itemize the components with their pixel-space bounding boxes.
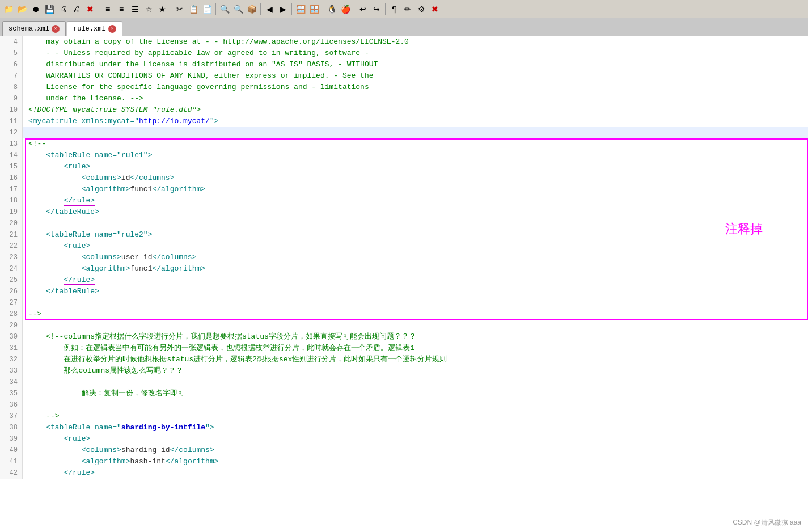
line-31: 31 例如：在逻辑表当中有可能有另外的一张逻辑表，也想根据枚举进行分片，此时就会… — [0, 343, 808, 354]
line-number-24: 24 — [0, 263, 23, 275]
line-content-25: </rule> — [23, 275, 808, 286]
back-btn[interactable]: ◀ — [263, 3, 276, 15]
new-file-btn[interactable]: 📁 — [2, 3, 15, 15]
star-btn[interactable]: ★ — [156, 3, 168, 15]
line-content-4: may obtain a copy of the License at - - … — [23, 36, 808, 48]
line-37: 37 --> — [0, 411, 808, 422]
sep4 — [260, 3, 261, 15]
line-32: 32 在进行枚举分片的时候他想根据status进行分片，逻辑表2想根据sex性别… — [0, 354, 808, 365]
open-btn[interactable]: 📂 — [16, 3, 28, 15]
tab-rule[interactable]: rule.xml ✕ — [67, 21, 122, 36]
line-content-21: <tableRule name="rule2"> — [23, 229, 808, 240]
line-number-38: 38 — [0, 422, 23, 433]
line-19: 19 </tableRule> — [0, 206, 808, 218]
line-number-18: 18 — [0, 195, 23, 206]
sep5 — [291, 3, 292, 15]
print-btn[interactable]: 🖨 — [57, 3, 69, 15]
forward-btn[interactable]: ▶ — [277, 3, 289, 15]
align-left-btn[interactable]: ≡ — [101, 3, 114, 15]
pen-btn[interactable]: ✏ — [401, 3, 414, 15]
gear-btn[interactable]: ⚙ — [415, 3, 428, 15]
line-number-42: 42 — [0, 467, 23, 479]
sep6 — [323, 3, 323, 15]
linux-btn[interactable]: 🐧 — [325, 3, 338, 15]
line-11: 11 <mycat:rule xmlns:mycat="http://io.my… — [0, 116, 808, 127]
search-btn[interactable]: 🔍 — [218, 3, 231, 15]
line-17: 17 <algorithm>func1</algorithm> — [0, 184, 808, 195]
line-27: 27 — [0, 297, 808, 309]
line-number-20: 20 — [0, 218, 23, 229]
line-number-13: 13 — [0, 138, 23, 150]
tab-schema[interactable]: schema.xml ✕ — [2, 21, 66, 36]
sep7 — [354, 3, 354, 15]
editor[interactable]: 4 may obtain a copy of the License at - … — [0, 36, 808, 532]
line-number-35: 35 — [0, 388, 23, 399]
line-number-30: 30 — [0, 331, 23, 343]
line-number-4: 4 — [0, 36, 23, 48]
line-number-7: 7 — [0, 70, 23, 82]
tab-schema-label: schema.xml — [9, 25, 49, 33]
win1-btn[interactable]: 🪟 — [294, 3, 307, 15]
apple-btn[interactable]: 🍎 — [339, 3, 352, 15]
line-10: 10 <!DOCTYPE mycat:rule SYSTEM "rule.dtd… — [0, 104, 808, 116]
line-content-19: </tableRule> — [23, 206, 808, 218]
line-content-32: 在进行枚举分片的时候他想根据status进行分片，逻辑表2想根据sex性别进行分… — [23, 354, 808, 365]
line-number-14: 14 — [0, 150, 23, 161]
line-22: 22 <rule> — [0, 240, 808, 252]
line-9: 9 under the License. --> — [0, 93, 808, 104]
line-number-37: 37 — [0, 411, 23, 422]
line-content-9: under the License. --> — [23, 93, 808, 104]
list-btn[interactable]: ☰ — [129, 3, 141, 15]
bookmark-btn[interactable]: ☆ — [142, 3, 155, 15]
tab-schema-close[interactable]: ✕ — [52, 25, 60, 33]
close2-btn[interactable]: ✖ — [429, 3, 441, 15]
close-btn[interactable]: ✖ — [84, 3, 96, 15]
line-34: 34 — [0, 377, 808, 388]
line-content-16: <columns>id</columns> — [23, 172, 808, 184]
line-content-41: <algorithm>hash-int</algorithm> — [23, 456, 808, 467]
line-content-5: - - Unless required by applicable law or… — [23, 48, 808, 59]
line-number-28: 28 — [0, 309, 23, 320]
line-content-7: WARRANTIES OR CONDITIONS OF ANY KIND, ei… — [23, 70, 808, 82]
line-29: 29 — [0, 320, 808, 331]
line-12: 12 — [0, 127, 808, 138]
win2-btn[interactable]: 🪟 — [308, 3, 320, 15]
line-39: 39 <rule> — [0, 433, 808, 445]
line-number-40: 40 — [0, 445, 23, 456]
tab-rule-label: rule.xml — [73, 25, 106, 33]
line-38: 38 <tableRule name="sharding-by-intfile"… — [0, 422, 808, 433]
tab-rule-close[interactable]: ✕ — [108, 25, 116, 33]
line-25: 25 </rule> — [0, 275, 808, 286]
tabs-bar: schema.xml ✕ rule.xml ✕ — [0, 18, 808, 36]
copy-btn[interactable]: 📋 — [187, 3, 200, 15]
line-6: 6 distributed under the License is distr… — [0, 59, 808, 70]
undo-btn[interactable]: ↩ — [357, 3, 369, 15]
line-number-12: 12 — [0, 127, 23, 138]
line-28: 28 --> — [0, 309, 808, 320]
line-number-26: 26 — [0, 286, 23, 297]
pilcrow-btn[interactable]: ¶ — [388, 3, 400, 15]
line-35: 35 解决：复制一份，修改名字即可 — [0, 388, 808, 399]
line-number-25: 25 — [0, 275, 23, 286]
paste-btn[interactable]: 📄 — [201, 3, 213, 15]
annotation-label: 注释掉 — [725, 222, 763, 236]
search2-btn[interactable]: 🔍 — [232, 3, 244, 15]
line-content-39: <rule> — [23, 433, 808, 445]
line-content-24: <algorithm>func1</algorithm> — [23, 263, 808, 275]
line-content-30: <!--columns指定根据什么字段进行分片，我们是想要根据status字段分… — [23, 331, 808, 343]
line-content-33: 那么columns属性该怎么写呢？？？ — [23, 365, 808, 377]
line-content-22: <rule> — [23, 240, 808, 252]
line-26: 26 </tableRule> — [0, 286, 808, 297]
line-30: 30 <!--columns指定根据什么字段进行分片，我们是想要根据status… — [0, 331, 808, 343]
record-btn[interactable]: ⏺ — [29, 3, 42, 15]
line-number-23: 23 — [0, 252, 23, 263]
print2-btn[interactable]: 🖨 — [70, 3, 83, 15]
align-right-btn[interactable]: ≡ — [115, 3, 128, 15]
watermark: CSDN @清风微凉 aaa — [733, 518, 801, 527]
line-content-17: <algorithm>func1</algorithm> — [23, 184, 808, 195]
redo-btn[interactable]: ↪ — [370, 3, 383, 15]
cut-btn[interactable]: ✂ — [174, 3, 186, 15]
box-btn[interactable]: 📦 — [246, 3, 258, 15]
sep1 — [99, 3, 99, 15]
save-btn[interactable]: 💾 — [43, 3, 56, 15]
